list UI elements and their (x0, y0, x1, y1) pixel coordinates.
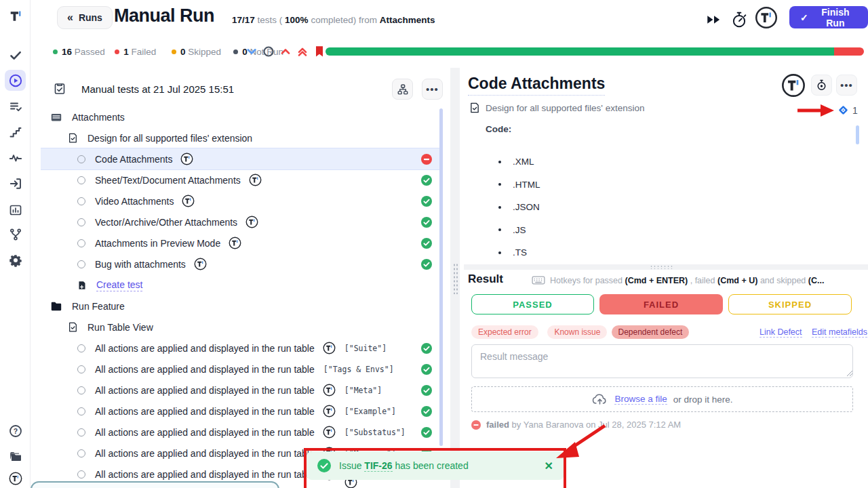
icon-rail: ? (0, 0, 31, 488)
chevrons-up-icon[interactable] (296, 45, 309, 58)
status-count-not-run[interactable]: 0 Not Run (233, 47, 283, 57)
toast-close-icon[interactable]: ✕ (545, 460, 553, 472)
tree-test-row[interactable]: All actions are applied and displayed in… (41, 422, 439, 443)
status-count-passed[interactable]: 16 Passed (53, 47, 105, 57)
result-tag-expected-error[interactable]: Expected error (471, 325, 538, 339)
rail-play-circle-icon[interactable] (5, 70, 26, 91)
tree-node-create[interactable]: Create test (41, 274, 439, 296)
test-tag: ["Suite"] (344, 344, 387, 353)
passed-status-icon (421, 196, 432, 207)
bookmark-icon[interactable] (313, 45, 326, 58)
check-icon: ✓ (800, 12, 808, 23)
success-check-icon (317, 459, 331, 472)
result-tag-dependent-defect[interactable]: Dependent defect (612, 325, 690, 339)
tree-node-doc[interactable]: Design for all supported files' extensio… (41, 127, 439, 148)
detail-timer-button[interactable] (811, 75, 832, 96)
link-defect-link[interactable]: Link Defect (760, 327, 802, 338)
tree-node-folder-solid[interactable]: Run Feature (41, 296, 439, 317)
code-extension-item: .TS (498, 241, 540, 264)
test-detail-subtitle: Design for all supported files' extensio… (469, 102, 644, 114)
test-tag: ["Meta"] (344, 386, 382, 395)
test-tag: ["Tags & Envs"] (323, 365, 394, 374)
status-dot-icon (115, 49, 119, 54)
fast-forward-icon[interactable] (705, 11, 723, 28)
tree-test-row[interactable]: Attachments in Preview Mode (41, 232, 439, 253)
bullet-icon (498, 161, 501, 163)
chevron-up-icon[interactable] (279, 45, 292, 58)
rail-check-icon[interactable] (5, 45, 26, 66)
stopwatch-icon[interactable] (730, 11, 748, 28)
rail-gear-icon[interactable] (5, 249, 26, 270)
issue-id-link[interactable]: TIF-26 (364, 460, 392, 472)
back-to-runs-button[interactable]: « Runs (57, 6, 113, 29)
test-tag: ["Substatus"] (344, 428, 406, 437)
result-message-input[interactable] (471, 344, 853, 378)
create-test-link[interactable]: Create test (96, 279, 142, 291)
file-dropzone[interactable]: Browse a file or drop it here. (471, 386, 853, 412)
circle-icon[interactable] (262, 45, 275, 58)
bullet-icon (498, 228, 501, 231)
status-count-skipped[interactable]: 0 Skipped (172, 47, 221, 57)
archive-folder-icon (50, 111, 62, 123)
keyboard-icon (532, 275, 545, 285)
passed-status-icon (421, 238, 432, 249)
tree-test-row[interactable]: Sheet/Text/Document Attachments (41, 169, 439, 190)
test-logo-icon[interactable] (781, 73, 806, 98)
passed-status-icon (421, 406, 432, 417)
rail-folders-icon[interactable] (5, 445, 26, 466)
rail-stairs-icon[interactable] (5, 121, 26, 142)
rail-list-check-icon[interactable] (5, 96, 26, 117)
test-logo-icon (180, 152, 193, 165)
radio-circle-icon (77, 197, 85, 205)
toast-notification[interactable]: Issue TIF-26 has been created ✕ (307, 451, 564, 480)
passed-status-icon (421, 364, 432, 375)
code-extension-list: .XML.HTML.JSON.JS.TS (498, 150, 540, 264)
tree-test-row[interactable]: Bug with attachments (41, 253, 439, 274)
test-tree: AttachmentsDesign for all supported file… (41, 106, 448, 488)
chevron-down-icon[interactable] (245, 45, 258, 58)
divider-grip-icon (453, 263, 458, 294)
hotkeys-hint: Hotkeys for passed (Cmd + ENTER) , faile… (532, 275, 824, 285)
detail-scrollbar[interactable] (856, 125, 859, 144)
rail-pulse-icon[interactable] (5, 147, 26, 168)
test-logo-icon (245, 216, 258, 228)
tree-test-row[interactable]: All actions are applied and displayed in… (41, 338, 439, 359)
rail-avatar-logo-icon[interactable] (5, 468, 26, 488)
test-logo-icon (229, 237, 241, 249)
status-count-failed[interactable]: 1 Failed (115, 47, 156, 57)
project-logo-icon[interactable] (755, 6, 778, 29)
test-tree-panel: Manual tests at 21 Jul 2025 15:51 ••• At… (41, 73, 448, 488)
tree-more-button[interactable]: ••• (422, 79, 443, 100)
tree-test-row[interactable]: All actions are applied and displayed in… (41, 380, 439, 401)
browse-file-link[interactable]: Browse a file (614, 394, 667, 405)
linked-defect-badge[interactable]: 1 (837, 104, 858, 116)
tree-view-toggle-button[interactable] (392, 79, 413, 100)
rail-help-icon[interactable]: ? (5, 420, 26, 441)
passed-status-icon (421, 259, 432, 270)
failed-status-icon (421, 154, 432, 165)
finish-run-button[interactable]: ✓ Finish Run (789, 6, 868, 28)
rail-branch-icon[interactable] (5, 224, 26, 245)
app-logo-icon[interactable] (5, 5, 26, 26)
tree-node-folder-archive[interactable]: Attachments (41, 106, 439, 127)
edit-metafields-link[interactable]: Edit metafields (812, 327, 867, 338)
radio-circle-icon (77, 239, 85, 247)
result-failed-button[interactable]: FAILED (599, 294, 723, 314)
page-title: Manual Run (114, 5, 214, 26)
tree-node-doc[interactable]: Run Table View (41, 317, 439, 338)
tree-test-row[interactable]: All actions are applied and displayed in… (41, 401, 439, 422)
tree-test-row[interactable]: Vector/Archive/Other Attachments (41, 211, 439, 232)
rail-bar-chart-icon[interactable] (5, 199, 26, 220)
tree-test-row[interactable]: All actions are applied and displayed in… (41, 359, 439, 380)
passed-status-icon (421, 175, 432, 186)
tree-test-row[interactable]: Code Attachments (41, 148, 439, 169)
result-tag-known-issue[interactable]: Known issue (547, 325, 607, 339)
radio-circle-icon (77, 260, 85, 268)
rail-sign-in-icon[interactable] (5, 173, 26, 194)
radio-circle-icon (77, 365, 85, 373)
tree-test-row[interactable]: Video Attachments (41, 190, 439, 211)
tree-scrollbar[interactable] (439, 108, 443, 446)
detail-more-button[interactable]: ••• (836, 75, 857, 96)
result-skipped-button[interactable]: SKIPPED (728, 294, 852, 314)
result-passed-button[interactable]: PASSED (471, 294, 594, 314)
